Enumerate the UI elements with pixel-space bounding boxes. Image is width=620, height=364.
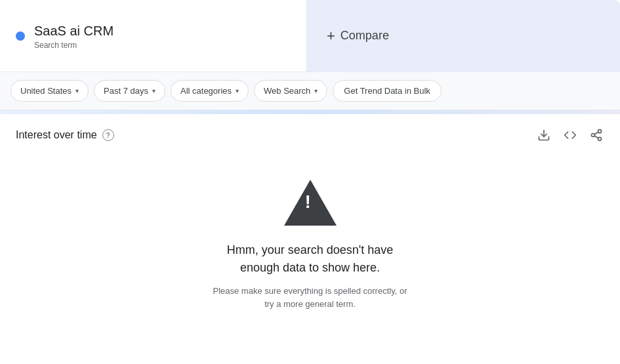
get-trend-button[interactable]: Get Trend Data in Bulk <box>333 80 442 102</box>
search-type-chevron-icon: ▾ <box>314 87 318 94</box>
svg-line-4 <box>594 136 598 138</box>
region-label: United States <box>20 86 72 96</box>
help-icon[interactable]: ? <box>102 129 114 141</box>
compare-label: Compare <box>341 29 389 43</box>
interest-header: Interest over time ? <box>16 127 604 143</box>
compare-plus-icon: + <box>327 28 335 45</box>
share-icon[interactable] <box>589 127 604 143</box>
interest-title-group: Interest over time ? <box>16 129 114 141</box>
empty-state: Hmm, your search doesn't have enough dat… <box>16 153 604 350</box>
top-bar: SaaS ai CRM Search term + Compare <box>0 0 620 72</box>
search-term-title: SaaS ai CRM <box>34 22 114 39</box>
filters-bar: United States ▾ Past 7 days ▾ All catego… <box>0 72 620 110</box>
time-range-label: Past 7 days <box>104 86 148 96</box>
category-chevron-icon: ▾ <box>236 87 239 94</box>
search-term-panel: SaaS ai CRM Search term <box>0 0 307 71</box>
search-type-filter[interactable]: Web Search ▾ <box>254 80 327 102</box>
embed-icon[interactable] <box>562 127 578 143</box>
dot-indicator <box>16 31 25 41</box>
compare-panel: + Compare <box>307 0 620 71</box>
empty-sub-text: Please make sure everything is spelled c… <box>212 285 409 310</box>
compare-button[interactable]: + Compare <box>327 28 389 45</box>
region-chevron-icon: ▾ <box>75 87 79 94</box>
region-filter[interactable]: United States ▾ <box>10 80 89 102</box>
svg-line-5 <box>594 132 598 134</box>
time-range-chevron-icon: ▾ <box>152 87 155 94</box>
download-icon[interactable] <box>536 127 552 143</box>
warning-triangle-icon <box>284 180 337 226</box>
search-term-label: Search term <box>34 41 114 50</box>
search-type-label: Web Search <box>264 86 310 96</box>
empty-main-text: Hmm, your search doesn't have enough dat… <box>227 241 394 277</box>
search-term-info: SaaS ai CRM Search term <box>34 22 114 50</box>
category-label: All categories <box>180 86 232 96</box>
category-filter[interactable]: All categories ▾ <box>171 80 249 102</box>
time-range-filter[interactable]: Past 7 days ▾ <box>94 80 165 102</box>
header-actions <box>536 127 604 143</box>
interest-title: Interest over time <box>16 129 97 141</box>
interest-section: Interest over time ? <box>0 114 620 363</box>
